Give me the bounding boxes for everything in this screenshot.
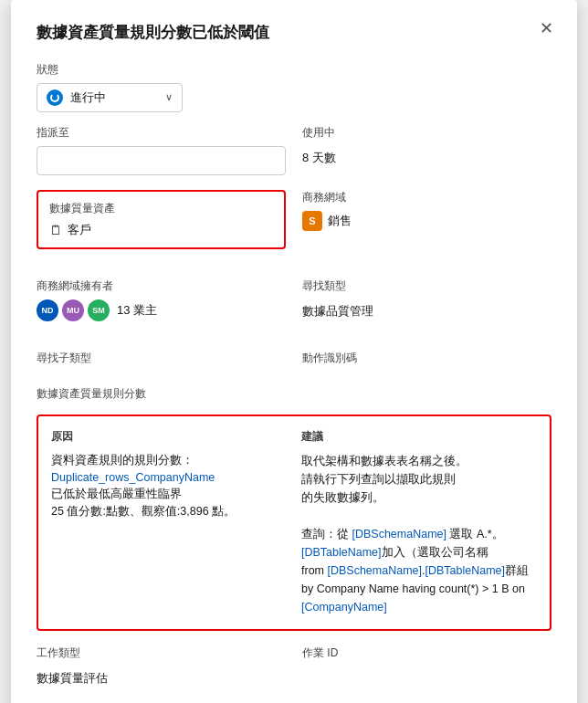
owners-count: 13 業主: [117, 302, 157, 319]
reason-content: 資料資產規則的規則分數： Duplicate_rows_CompanyName …: [51, 452, 287, 520]
suggest-content: 取代架構和數據表表名稱之後。 請執行下列查詢以擷取此規則 的失敗數據列。 查詢：…: [301, 452, 537, 616]
status-section: 狀態 進行中 ∨: [37, 62, 551, 112]
actionid-label: 動作識別碼: [302, 351, 551, 366]
jobid-value: [302, 666, 551, 670]
suggest-query-prefix: 查詢：從: [301, 528, 352, 540]
chevron-down-icon: ∨: [165, 91, 173, 103]
owners-findtype-row: 商務網域擁有者 ND MU SM 13 業主 尋找類型 數據品質管理: [37, 278, 551, 336]
close-button[interactable]: ✕: [534, 18, 559, 38]
suggest-link1[interactable]: [DBSchemaName]: [352, 528, 446, 540]
inuse-field-group: 使用中 8 天數: [302, 125, 551, 175]
assign-inuse-row: 指派至 使用中 8 天數: [37, 125, 551, 175]
dialog-title: 數據資產質量規則分數已低於閾值: [37, 22, 551, 44]
reason-link1[interactable]: Duplicate_rows_CompanyName: [51, 471, 215, 484]
owners-row: ND MU SM 13 業主: [37, 299, 286, 321]
assign-field-group: 指派至: [37, 125, 286, 175]
status-spinning-icon: [47, 89, 63, 106]
jobtype-label: 工作類型: [37, 645, 286, 661]
suggest-label: 建議: [301, 429, 537, 445]
reason-normal1: 資料資產規則的規則分數：: [51, 454, 194, 467]
score-label: 數據資產質量規則分數: [37, 386, 551, 402]
status-label: 狀態: [37, 62, 551, 78]
subtype-actionid-row: 尋找子類型 動作識別碼: [37, 351, 551, 372]
domain-text: 銷售: [328, 213, 352, 229]
suggest-link2[interactable]: [DBTableName]: [301, 546, 382, 559]
domain-value-row: S 銷售: [302, 211, 551, 231]
suggest-line4: by Company Name having count(*) > 1 B on: [301, 582, 525, 595]
avatar-sm: SM: [88, 299, 110, 321]
suggest-line1: 取代架構和數據表表名稱之後。: [301, 455, 467, 467]
suggest-query-line3: from: [301, 564, 327, 577]
assign-input[interactable]: [37, 146, 286, 175]
suggest-line2: 請執行下列查詢以擷取此規則: [301, 473, 456, 486]
status-dropdown[interactable]: 進行中 ∨: [37, 83, 183, 112]
reason-label: 原因: [51, 429, 287, 445]
subtype-label: 尋找子類型: [37, 351, 286, 366]
score-section: 數據資產質量規則分數: [37, 386, 551, 402]
suggest-query-mid1: 選取 A.*。: [446, 528, 504, 540]
findtype-col: 尋找類型 數據品質管理: [302, 278, 551, 336]
data-quality-asset-box: 數據質量資產 🗒 客戶: [37, 190, 286, 249]
owners-section: 商務網域擁有者 ND MU SM 13 業主: [37, 278, 286, 321]
asset-label: 數據質量資產: [49, 201, 273, 216]
spinner-inner: [50, 93, 59, 102]
asset-item: 🗒 客戶: [49, 222, 273, 238]
reason-suggest-box: 原因 資料資產規則的規則分數： Duplicate_rows_CompanyNa…: [37, 414, 551, 631]
suggest-link4[interactable]: [DBTableName]: [425, 564, 505, 577]
inuse-label: 使用中: [302, 125, 551, 141]
main-dialog: 數據資產質量規則分數已低於閾值 ✕ 狀態 進行中 ∨ 指派至 使用中 8 天數 …: [11, 0, 577, 703]
suggest-line3: 的失敗數據列。: [301, 491, 384, 504]
reason-normal3: 25 值分數:點數、觀察值:3,896 點。: [51, 505, 236, 518]
suggest-link5[interactable]: [CompanyName]: [301, 601, 387, 614]
reason-col: 原因 資料資產規則的規則分數： Duplicate_rows_CompanyNa…: [51, 429, 287, 616]
domain-col: 商務網域 S 銷售: [302, 190, 551, 264]
inuse-value: 8 天數: [302, 146, 551, 166]
jobtype-jobid-row: 工作類型 數據質量評估 作業 ID: [37, 645, 551, 687]
jobid-label: 作業 ID: [302, 645, 551, 661]
asset-col: 數據質量資產 🗒 客戶: [37, 190, 286, 264]
findtype-label: 尋找類型: [302, 278, 551, 294]
suggest-col: 建議 取代架構和數據表表名稱之後。 請執行下列查詢以擷取此規則 的失敗數據列。 …: [301, 429, 537, 616]
asset-name: 客戶: [68, 222, 91, 238]
subtype-col: 尋找子類型: [37, 351, 286, 372]
suggest-query-mid2: 加入（選取公司名稱: [382, 546, 488, 559]
findtype-value: 數據品質管理: [302, 299, 551, 320]
jobtype-value: 數據質量評估: [37, 666, 286, 687]
status-value: 進行中: [70, 89, 158, 106]
avatar-nd: ND: [37, 299, 58, 321]
asset-file-icon: 🗒: [49, 223, 62, 237]
suggest-grp: 群組: [505, 564, 529, 577]
avatar-mu: MU: [62, 299, 84, 321]
suggest-link3[interactable]: [DBSchemaName]: [327, 564, 422, 577]
domain-badge: S: [302, 211, 322, 231]
jobtype-col: 工作類型 數據質量評估: [37, 645, 286, 687]
actionid-col: 動作識別碼: [302, 351, 551, 372]
domain-label: 商務網域: [302, 190, 551, 205]
jobid-col: 作業 ID: [302, 645, 551, 687]
owners-label: 商務網域擁有者: [37, 278, 286, 294]
asset-domain-row: 數據質量資產 🗒 客戶 商務網域 S 銷售: [37, 190, 551, 264]
reason-normal2: 已低於最低高嚴重性臨界: [51, 488, 182, 500]
assign-label: 指派至: [37, 125, 286, 141]
